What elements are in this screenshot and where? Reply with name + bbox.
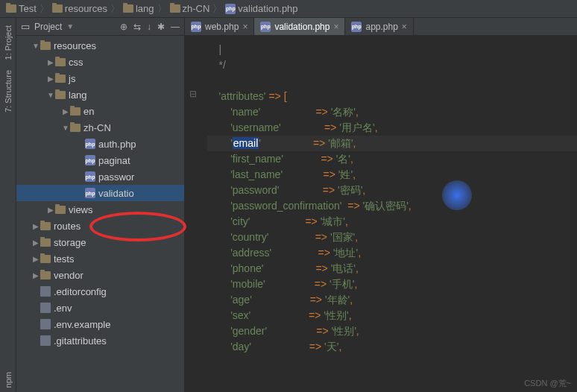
breadcrumb-label: validation.php — [238, 3, 297, 14]
tree-arrow-icon[interactable] — [46, 206, 55, 214]
tree-row[interactable]: phppasswor — [16, 168, 184, 185]
collapse-icon[interactable]: ↓ — [147, 22, 151, 32]
tree-arrow-icon[interactable] — [61, 107, 70, 116]
php-icon: php — [191, 22, 201, 32]
tree-row[interactable]: tests — [16, 250, 184, 267]
tree-row[interactable]: routes — [16, 218, 184, 234]
fold-icon[interactable]: ⊟ — [188, 86, 198, 102]
settings-icon[interactable]: ✱ — [157, 22, 165, 32]
panel-title: Project — [34, 22, 62, 32]
tree-label: routes — [54, 221, 81, 232]
tree-arrow-icon[interactable] — [31, 238, 40, 247]
close-icon[interactable]: × — [242, 22, 247, 32]
target-icon[interactable]: ⊕ — [120, 22, 127, 32]
close-icon[interactable]: × — [402, 22, 407, 32]
project-view-icon[interactable]: ▭ — [21, 21, 30, 32]
folder-icon — [55, 91, 66, 99]
folder-icon — [40, 255, 51, 263]
breadcrumb: Test〉resources〉lang〉zh-CN〉phpvalidation.… — [0, 0, 577, 18]
tree-arrow-icon[interactable] — [31, 222, 40, 230]
folder-icon — [40, 238, 51, 247]
tree-label: css — [69, 57, 83, 68]
php-icon: php — [85, 188, 95, 198]
tree-row[interactable]: resources — [16, 37, 184, 54]
folder-icon — [40, 42, 51, 50]
watermark: CSDN @荒~ — [524, 378, 571, 389]
tool-window-tabs: 1: Project 7: Structure npm — [0, 18, 16, 392]
tree-row[interactable]: .env — [16, 300, 184, 316]
tree-row[interactable]: storage — [16, 234, 184, 250]
php-icon: php — [85, 155, 95, 165]
breadcrumb-item[interactable]: phpvalidation.php — [225, 3, 297, 14]
folder-icon — [55, 206, 66, 214]
tree-row[interactable]: zh-CN — [16, 119, 184, 136]
tab-npm[interactable]: npm — [2, 367, 14, 392]
tree-arrow-icon[interactable] — [46, 91, 55, 99]
tree-arrow-icon[interactable] — [46, 75, 55, 83]
tree-arrow-icon[interactable] — [31, 271, 40, 279]
file-icon — [40, 319, 51, 329]
tree-row[interactable]: .env.example — [16, 316, 184, 332]
folder-icon — [170, 4, 180, 13]
code-line: 'phone' => '电话', — [207, 261, 577, 276]
editor-area: phpweb.php×phpvalidation.php×phpapp.php×… — [185, 18, 577, 392]
panel-header: ▭ Project ▼ ⊕ ⇆ ↓ ✱ — — [16, 18, 184, 36]
code-line: 'last_name' => '姓', — [207, 167, 577, 183]
breadcrumb-item[interactable]: zh-CN — [170, 3, 210, 14]
tree-row[interactable]: phpvalidatio — [16, 185, 184, 201]
code-line: 'password_confirmation' => '确认密码', — [207, 198, 577, 214]
tree-label: .editorconfig — [54, 286, 107, 297]
breadcrumb-label: zh-CN — [183, 3, 210, 14]
code-line: 'gender' => '性别', — [207, 323, 577, 339]
tree-row[interactable]: vendor — [16, 267, 184, 283]
tree-row[interactable]: en — [16, 103, 184, 119]
tree-label: resources — [54, 40, 96, 51]
tree-label: vendor — [54, 270, 83, 281]
tab-bar: phpweb.php×phpvalidation.php×phpapp.php× — [185, 18, 577, 36]
tab-label: validation.php — [274, 22, 330, 32]
tree-label: lang — [69, 89, 87, 101]
editor-tab[interactable]: phpvalidation.php× — [254, 18, 345, 35]
tree-row[interactable]: .gitattributes — [16, 332, 184, 349]
file-icon — [40, 286, 51, 297]
folder-icon — [70, 107, 81, 116]
close-icon[interactable]: × — [333, 22, 338, 32]
tree-label: tests — [54, 253, 74, 265]
code-line: 'password' => '密码', — [207, 183, 577, 198]
editor-tab[interactable]: phpapp.php× — [345, 18, 413, 35]
tree-row[interactable]: views — [16, 201, 184, 218]
tree-row[interactable]: phpauth.php — [16, 136, 184, 152]
tree-row[interactable]: phppaginat — [16, 152, 184, 168]
code-line: 'age' => '年龄', — [207, 292, 577, 308]
tree-arrow-icon[interactable] — [46, 58, 55, 66]
tree-row[interactable]: .editorconfig — [16, 283, 184, 300]
hide-icon[interactable]: — — [171, 22, 180, 32]
tree-arrow-icon[interactable] — [31, 255, 40, 263]
code-line: 'first_name' => '名', — [207, 151, 577, 167]
expand-icon[interactable]: ⇆ — [133, 22, 141, 32]
tree-label: passwor — [98, 171, 134, 183]
tree-label: storage — [54, 237, 86, 248]
tree-row[interactable]: js — [16, 70, 184, 86]
code-line: 'day' => '天', — [207, 339, 577, 355]
tree-row[interactable]: lang — [16, 86, 184, 103]
php-icon: php — [225, 4, 236, 14]
editor-tab[interactable]: phpweb.php× — [185, 18, 254, 35]
code-editor[interactable]: | */ ⊟ 'attributes' => [ 'name' => '名称',… — [185, 36, 577, 392]
folder-icon — [40, 222, 51, 230]
breadcrumb-item[interactable]: lang — [123, 3, 154, 14]
code-line: 'email' => '邮箱', — [207, 136, 577, 151]
tree-arrow-icon[interactable] — [61, 124, 70, 132]
breadcrumb-item[interactable]: resources — [52, 3, 107, 14]
code-line: 'attributes' => [ — [207, 89, 577, 104]
breadcrumb-item[interactable]: Test — [6, 3, 37, 14]
code-line: 'name' => '名称', — [207, 104, 577, 120]
code-line: */ — [207, 57, 577, 73]
code-line: 'mobile' => '手机', — [207, 276, 577, 292]
tab-structure[interactable]: 7: Structure — [2, 66, 14, 117]
file-icon — [40, 335, 51, 346]
tree-arrow-icon[interactable] — [31, 42, 40, 50]
tree-label: auth.php — [98, 139, 136, 150]
tree-row[interactable]: css — [16, 54, 184, 70]
tab-project[interactable]: 1: Project — [2, 21, 14, 64]
